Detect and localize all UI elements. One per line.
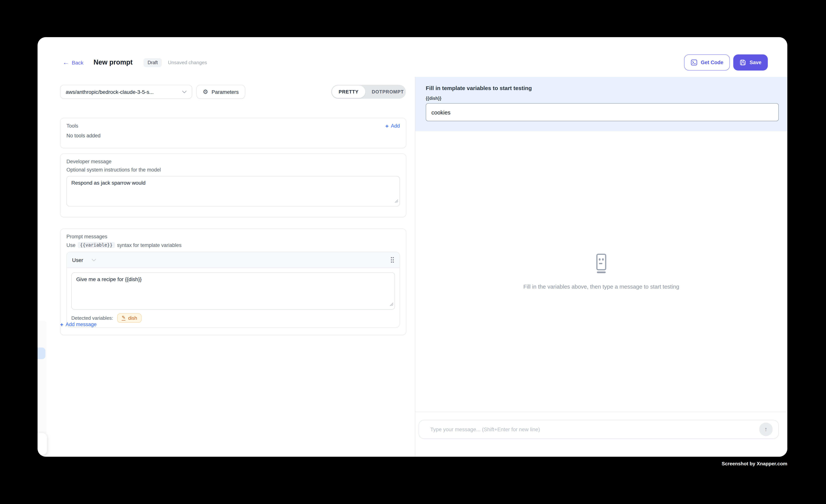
message-field-wrap: Give me a recipe for {{dish}} <box>71 272 395 310</box>
left-edge-strip <box>38 321 47 433</box>
model-select[interactable]: aws/anthropic/bedrock-claude-3-5-s... <box>60 85 192 99</box>
variable-chip-dish[interactable]: ✎ dish <box>117 313 142 323</box>
topbar: ← Back New prompt Draft Unsaved changes <box>63 54 768 71</box>
developer-message-field-wrap: Respond as jack sparrow would <box>66 176 400 206</box>
toggle-option-pretty[interactable]: PRETTY <box>332 85 365 98</box>
add-message-label: Add message <box>66 322 97 327</box>
toggle-option-dotprompt[interactable]: DOTPROMPT <box>365 89 410 94</box>
save-label: Save <box>750 60 761 65</box>
variable-name-label: {{dish}} <box>426 96 779 101</box>
chevron-down-icon <box>182 90 187 93</box>
view-mode-toggle: PRETTY DOTPROMPT <box>331 85 406 99</box>
variable-value-input[interactable] <box>426 103 779 121</box>
get-code-button[interactable]: Get Code <box>684 54 730 71</box>
role-select-value: User <box>72 257 83 263</box>
chat-empty-text: Fill in the variables above, then type a… <box>523 283 679 290</box>
get-code-label: Get Code <box>701 60 723 65</box>
plus-icon: + <box>385 123 389 129</box>
message-input[interactable]: Give me a recipe for {{dish}} <box>71 272 395 310</box>
chat-empty-state: Fill in the variables above, then type a… <box>415 131 787 412</box>
model-row: aws/anthropic/bedrock-claude-3-5-s... ⚙ … <box>60 85 245 99</box>
role-select[interactable]: User <box>72 257 96 263</box>
gear-icon: ⚙ <box>203 89 208 95</box>
watermark-text: Screenshot by Xnapper.com <box>722 461 787 466</box>
tools-card: Tools + Add No tools added <box>60 118 406 148</box>
prompt-messages-card: Prompt messages Use {{variable}} syntax … <box>60 229 406 335</box>
back-arrow-icon: ← <box>63 59 69 66</box>
variable-chip-label: dish <box>128 315 137 321</box>
page-title: New prompt <box>94 59 132 66</box>
developer-message-title: Developer message <box>66 159 400 165</box>
drag-handle-icon[interactable] <box>391 257 394 263</box>
screenshot-canvas: ← Back New prompt Draft Unsaved changes <box>0 0 826 504</box>
topbar-left: ← Back New prompt Draft Unsaved changes <box>63 58 207 67</box>
syntax-suffix: syntax for template variables <box>117 242 182 248</box>
tools-header-row: Tools + Add <box>66 123 400 129</box>
parameters-label: Parameters <box>212 89 239 95</box>
parameters-button[interactable]: ⚙ Parameters <box>196 85 245 99</box>
tester-title: Fill in template variables to start test… <box>426 85 779 91</box>
add-message-button[interactable]: + Add message <box>60 322 97 327</box>
developer-message-subtitle: Optional system instructions for the mod… <box>66 167 400 173</box>
topbar-actions: Get Code Save <box>684 54 768 71</box>
model-select-value: aws/anthropic/bedrock-claude-3-5-s... <box>66 89 154 95</box>
resize-grip-icon[interactable] <box>390 301 394 308</box>
app-window: ← Back New prompt Draft Unsaved changes <box>38 37 787 457</box>
prompt-messages-title: Prompt messages <box>66 234 400 239</box>
tools-title: Tools <box>66 123 78 129</box>
chat-message-input[interactable] <box>419 420 759 438</box>
template-variables-panel: Fill in template variables to start test… <box>415 77 787 131</box>
save-floppy-icon <box>740 59 746 66</box>
edit-pencil-icon: ✎ <box>122 316 126 320</box>
chevron-down-icon <box>92 258 96 261</box>
unsaved-changes-text: Unsaved changes <box>168 60 207 65</box>
developer-message-input[interactable]: Respond as jack sparrow would <box>66 176 400 206</box>
back-label: Back <box>72 60 83 65</box>
detected-variables-row: Detected variables: ✎ dish <box>67 310 400 327</box>
add-tool-label: Add <box>391 123 400 129</box>
add-tool-button[interactable]: + Add <box>385 123 400 129</box>
message-block: User <box>66 252 400 328</box>
resize-grip-icon[interactable] <box>395 198 398 204</box>
chat-input-container: ↑ <box>419 420 779 439</box>
tools-empty-text: No tools added <box>66 133 400 138</box>
syntax-hint: Use {{variable}} syntax for template var… <box>66 242 400 248</box>
variable-syntax-chip: {{variable}} <box>78 242 115 248</box>
send-button[interactable]: ↑ <box>759 423 773 436</box>
plus-icon: + <box>60 322 63 327</box>
terminal-icon <box>691 59 697 66</box>
message-header: User <box>67 252 400 268</box>
back-button[interactable]: ← Back <box>63 59 83 66</box>
message-body: Give me a recipe for {{dish}} <box>67 268 400 310</box>
status-badge: Draft <box>143 58 162 67</box>
developer-message-card: Developer message Optional system instru… <box>60 153 406 217</box>
syntax-prefix: Use <box>66 242 75 248</box>
left-edge-popover <box>38 433 47 455</box>
left-edge-highlight <box>38 348 46 359</box>
send-arrow-icon: ↑ <box>764 426 767 433</box>
detected-variables-label: Detected variables: <box>71 315 113 321</box>
save-button[interactable]: Save <box>733 54 768 71</box>
robot-face-icon <box>596 253 606 273</box>
chat-input-bar: ↑ <box>415 412 787 457</box>
